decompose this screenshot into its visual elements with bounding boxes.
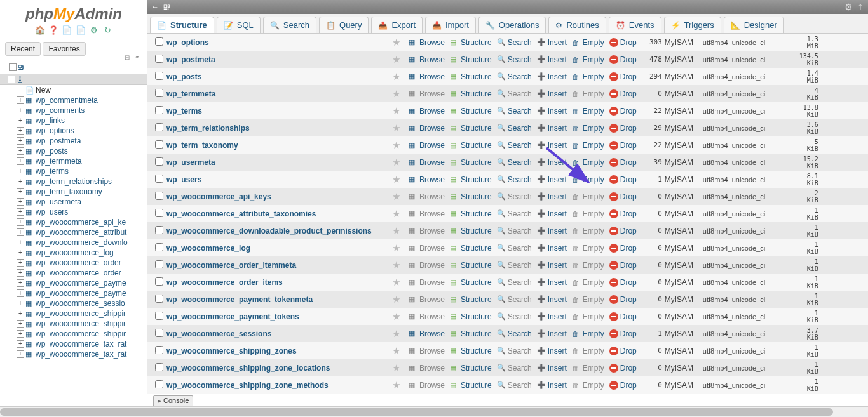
structure-action[interactable]: ▤Structure: [447, 89, 494, 98]
structure-action[interactable]: ▤Structure: [447, 192, 494, 201]
server-icon[interactable]: 🖳: [163, 3, 170, 11]
tree-database-node[interactable]: −🗄: [0, 74, 147, 85]
browse-action[interactable]: ▦Browse: [406, 175, 447, 183]
browse-action[interactable]: ▦Browse: [406, 106, 447, 115]
tree-table-node[interactable]: +▦wp_woocommerce_payme: [0, 288, 147, 298]
favorite-star-icon[interactable]: ★: [392, 345, 406, 357]
row-checkbox[interactable]: [151, 260, 166, 270]
browse-action[interactable]: ▦Browse: [406, 363, 447, 372]
favorite-star-icon[interactable]: ★: [392, 277, 406, 288]
structure-action[interactable]: ▤Structure: [447, 72, 494, 81]
structure-action[interactable]: ▤Structure: [447, 380, 494, 389]
browse-action[interactable]: ▦Browse: [406, 192, 447, 201]
drop-action[interactable]: Drop: [607, 123, 639, 132]
favorite-star-icon[interactable]: ★: [392, 54, 406, 65]
empty-action[interactable]: 🗑Empty: [569, 346, 607, 355]
search-action[interactable]: 🔍Search: [494, 226, 534, 235]
row-checkbox[interactable]: [151, 226, 166, 236]
browse-action[interactable]: ▦Browse: [406, 55, 447, 63]
row-checkbox[interactable]: [151, 380, 166, 390]
empty-action[interactable]: 🗑Empty: [569, 329, 607, 338]
search-action[interactable]: 🔍Search: [494, 175, 534, 183]
insert-action[interactable]: ➕Insert: [534, 243, 569, 252]
insert-action[interactable]: ➕Insert: [534, 312, 569, 321]
row-checkbox[interactable]: [151, 140, 166, 150]
search-action[interactable]: 🔍Search: [494, 192, 534, 201]
browse-action[interactable]: ▦Browse: [406, 295, 447, 303]
favorite-star-icon[interactable]: ★: [392, 71, 406, 83]
insert-action[interactable]: ➕Insert: [534, 363, 569, 372]
tree-table-node[interactable]: +▦wp_term_taxonomy: [0, 187, 147, 197]
search-action[interactable]: 🔍Search: [494, 209, 534, 218]
row-checkbox[interactable]: [151, 312, 166, 322]
table-name-link[interactable]: wp_woocommerce_payment_tokens: [166, 312, 392, 321]
drop-action[interactable]: Drop: [607, 243, 639, 252]
search-action[interactable]: 🔍Search: [494, 329, 534, 338]
search-action[interactable]: 🔍Search: [494, 106, 534, 115]
insert-action[interactable]: ➕Insert: [534, 226, 569, 235]
structure-action[interactable]: ▤Structure: [447, 277, 494, 286]
search-action[interactable]: 🔍Search: [494, 243, 534, 252]
table-name-link[interactable]: wp_woocommerce_payment_tokenmeta: [166, 295, 392, 304]
tree-table-node[interactable]: +▦wp_woocommerce_tax_rat: [0, 339, 147, 349]
logo[interactable]: phpMyAdmin: [0, 0, 147, 25]
drop-action[interactable]: Drop: [607, 72, 639, 81]
tab-query[interactable]: 📋Query: [319, 17, 369, 33]
insert-action[interactable]: ➕Insert: [534, 277, 569, 286]
table-name-link[interactable]: wp_term_taxonomy: [166, 141, 392, 150]
favorite-star-icon[interactable]: ★: [392, 157, 406, 168]
insert-action[interactable]: ➕Insert: [534, 380, 569, 389]
row-checkbox[interactable]: [151, 123, 166, 133]
row-checkbox[interactable]: [151, 72, 166, 82]
browse-action[interactable]: ▦Browse: [406, 37, 447, 46]
table-name-link[interactable]: wp_woocommerce_shipping_zones: [166, 347, 392, 355]
empty-action[interactable]: 🗑Empty: [569, 89, 607, 98]
structure-action[interactable]: ▤Structure: [447, 295, 494, 303]
empty-action[interactable]: 🗑Empty: [569, 226, 607, 235]
reload-icon[interactable]: ↻: [102, 25, 112, 36]
table-name-link[interactable]: wp_users: [166, 175, 392, 184]
insert-action[interactable]: ➕Insert: [534, 329, 569, 338]
structure-action[interactable]: ▤Structure: [447, 37, 494, 46]
favorite-star-icon[interactable]: ★: [392, 37, 406, 48]
search-action[interactable]: 🔍Search: [494, 89, 534, 98]
tree-table-node[interactable]: +▦wp_woocommerce_downlo: [0, 237, 147, 248]
search-action[interactable]: 🔍Search: [494, 363, 534, 372]
drop-action[interactable]: Drop: [607, 380, 639, 389]
row-checkbox[interactable]: [151, 277, 166, 288]
tree-table-node[interactable]: +▦wp_commentmeta: [0, 95, 147, 105]
row-checkbox[interactable]: [151, 192, 166, 202]
structure-action[interactable]: ▤Structure: [447, 312, 494, 321]
collapse-icon[interactable]: ⊟: [125, 54, 133, 60]
browse-action[interactable]: ▦Browse: [406, 260, 447, 269]
empty-action[interactable]: 🗑Empty: [569, 175, 607, 183]
drop-action[interactable]: Drop: [607, 175, 639, 183]
favorite-star-icon[interactable]: ★: [392, 380, 406, 391]
insert-action[interactable]: ➕Insert: [534, 175, 569, 183]
browse-action[interactable]: ▦Browse: [406, 140, 447, 149]
drop-action[interactable]: Drop: [607, 192, 639, 201]
tree-new-table[interactable]: 📄New: [0, 85, 147, 95]
table-name-link[interactable]: wp_woocommerce_attribute_taxonomies: [166, 209, 392, 218]
table-name-link[interactable]: wp_options: [166, 38, 392, 47]
empty-action[interactable]: 🗑Empty: [569, 295, 607, 303]
table-name-link[interactable]: wp_postmeta: [166, 55, 392, 64]
tab-designer[interactable]: 📐Designer: [724, 17, 784, 33]
empty-action[interactable]: 🗑Empty: [569, 55, 607, 63]
tab-structure[interactable]: 📄Structure: [150, 17, 214, 33]
insert-action[interactable]: ➕Insert: [534, 209, 569, 218]
favorite-star-icon[interactable]: ★: [392, 242, 406, 254]
tab-search[interactable]: 🔍Search: [263, 17, 316, 33]
browse-action[interactable]: ▦Browse: [406, 380, 447, 389]
search-action[interactable]: 🔍Search: [494, 157, 534, 166]
table-name-link[interactable]: wp_terms: [166, 107, 392, 116]
row-checkbox[interactable]: [151, 295, 166, 305]
structure-action[interactable]: ▤Structure: [447, 123, 494, 132]
tree-table-node[interactable]: +▦wp_comments: [0, 105, 147, 116]
favorite-star-icon[interactable]: ★: [392, 362, 406, 374]
insert-action[interactable]: ➕Insert: [534, 192, 569, 201]
tree-table-node[interactable]: +▦wp_termmeta: [0, 156, 147, 166]
drop-action[interactable]: Drop: [607, 226, 639, 235]
tab-events[interactable]: ⏰Events: [609, 17, 661, 33]
tab-triggers[interactable]: ⚡Triggers: [664, 17, 721, 33]
